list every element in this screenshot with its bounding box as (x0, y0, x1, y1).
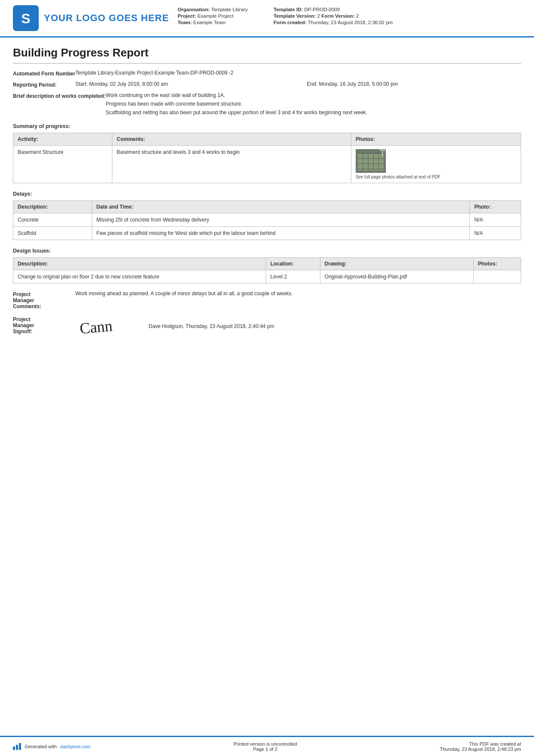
dashpivot-icon (13, 743, 21, 750)
design-col-location: Location: (266, 258, 320, 270)
design-issues-title: Design Issues: (13, 248, 521, 254)
brief-description-value: Work continuing on the east side wall of… (106, 92, 521, 116)
pm-comments-label: ProjectManagerComments: (13, 291, 75, 309)
table-row: Concrete Missing 25t of concrete from We… (13, 213, 521, 227)
dashpivot-link[interactable]: dashpivot.com (60, 744, 91, 749)
summary-col-activity: Activity: (13, 133, 112, 146)
summary-activity: Basement Structure (13, 146, 112, 183)
brief-line-1: Work continuing on the east side wall of… (106, 92, 521, 98)
delays-col-datetime: Date and Time: (92, 201, 470, 213)
project-line: Project: Example Project (177, 13, 248, 19)
footer-center-line2: Page 1 of 2 (233, 747, 297, 752)
footer-center-line1: Printed version is uncontrolled (233, 741, 297, 747)
pm-comments-section: ProjectManagerComments: Work moving ahea… (13, 291, 521, 337)
template-version-line: Template Version: 2 Form Version: 2 (273, 13, 393, 19)
pm-signoff-label: ProjectManagerSignoff: (13, 316, 75, 334)
template-id-line: Template ID: DP-PROD-0009 (273, 7, 393, 12)
brief-line-3: Scaffolding and netting has also been pu… (106, 109, 521, 116)
pm-label-text: ProjectManagerComments: (13, 291, 41, 309)
automated-form-value: Template Library-Example Project-Example… (75, 70, 521, 76)
delay-datetime-1: Missing 25t of concrete from Wednesday d… (92, 213, 470, 227)
summary-title: Summary of progress: (13, 123, 521, 129)
footer-right: This PDF was created at Thursday, 23 Aug… (440, 741, 521, 752)
design-location-1: Level 2 (266, 270, 320, 284)
header-meta: Organisation: Template Library Project: … (177, 5, 521, 31)
header-col-right: Template ID: DP-PROD-0009 Template Versi… (273, 7, 393, 25)
delays-col-description: Description: (13, 201, 92, 213)
team-line: Team: Example Team (177, 20, 248, 25)
building-photo-svg (356, 149, 386, 173)
footer: Generated with dashpivot.com Printed ver… (0, 736, 534, 756)
generated-text: Generated with (25, 744, 57, 749)
design-issues-header-row: Description: Location: Drawing: Photos: (13, 258, 521, 270)
brief-line-2: Progress has been made with concrete bas… (106, 101, 521, 107)
footer-left: Generated with dashpivot.com (13, 743, 91, 750)
signoff-text: Dave Hodgson, Thursday, 23 August 2018, … (149, 323, 274, 329)
delays-col-photo: Photo: (470, 201, 521, 213)
logo-text: YOUR LOGO GOES HERE (44, 12, 169, 24)
delay-desc-2: Scaffold (13, 227, 92, 240)
delay-photo-2: N/A (470, 227, 521, 240)
design-col-description: Description: (13, 258, 266, 270)
pm-comments-row: ProjectManagerComments: Work moving ahea… (13, 291, 521, 309)
pm-signoff-label-text: ProjectManagerSignoff: (13, 316, 34, 334)
delays-header-row: Description: Date and Time: Photo: (13, 201, 521, 213)
summary-comments: Basement structure and levels 3 and 4 wo… (112, 146, 351, 183)
reporting-period-value: Start: Monday, 02 July 2018, 8:00:00 am … (75, 81, 521, 87)
design-col-drawing: Drawing: (320, 258, 473, 270)
summary-table: Activity: Comments: Photos: Basement Str… (13, 133, 521, 183)
table-row: Scaffold Few pieces of scaffold missing … (13, 227, 521, 240)
reporting-period-section: Reporting Period: Start: Monday, 02 July… (13, 81, 521, 88)
signature-image: Cann (75, 313, 137, 340)
main-content: Building Progress Report Automated Form … (0, 37, 534, 736)
design-issues-table: Description: Location: Drawing: Photos: … (13, 257, 521, 284)
svg-text:S: S (21, 11, 30, 26)
summary-photo-cell: See full page photos attached at end of … (351, 146, 521, 183)
reporting-start: Start: Monday, 02 July 2018, 8:00:00 am (75, 81, 290, 87)
logo-icon: S (13, 5, 39, 31)
design-photos-1 (473, 270, 521, 284)
form-created-line: Form created: Thursday, 23 August 2018, … (273, 20, 393, 25)
header: S YOUR LOGO GOES HERE Organisation: Temp… (0, 0, 534, 37)
summary-col-comments: Comments: (112, 133, 351, 146)
table-row: Change to original plan on floor 2 due t… (13, 270, 521, 284)
photo-thumbnail (356, 149, 386, 173)
automated-form-section: Automated Form Number Template Library-E… (13, 70, 521, 77)
header-col-left: Organisation: Template Library Project: … (177, 7, 248, 25)
photo-container: See full page photos attached at end of … (356, 149, 516, 179)
brief-description-section: Brief description of works completed: Wo… (13, 92, 521, 116)
footer-right-line1: This PDF was created at (440, 741, 521, 747)
signature-area: Cann Dave Hodgson, Thursday, 23 August 2… (75, 316, 521, 337)
org-line: Organisation: Template Library (177, 7, 248, 12)
delay-desc-1: Concrete (13, 213, 92, 227)
footer-right-line2: Thursday, 23 August 2018, 2:48:23 pm (440, 747, 521, 752)
delays-title: Delays: (13, 191, 521, 197)
delay-datetime-2: Few pieces of scaffold missing for West … (92, 227, 470, 240)
table-row: Basement Structure Basement structure an… (13, 146, 521, 183)
summary-header-row: Activity: Comments: Photos: (13, 133, 521, 146)
page: S YOUR LOGO GOES HERE Organisation: Temp… (0, 0, 534, 756)
reporting-end: End: Monday, 16 July 2018, 5:00:00 pm (307, 81, 522, 87)
design-col-photos: Photos: (473, 258, 521, 270)
pm-signoff-value: Cann Dave Hodgson, Thursday, 23 August 2… (75, 316, 521, 337)
bar-3 (19, 743, 21, 750)
photo-caption: See full page photos attached at end of … (356, 175, 441, 179)
delay-photo-1: N/A (470, 213, 521, 227)
design-desc-1: Change to original plan on floor 2 due t… (13, 270, 266, 284)
svg-rect-3 (358, 153, 384, 171)
summary-col-photos: Photos: (351, 133, 521, 146)
design-drawing-1: Original-Approved-Building-Plan.pdf (320, 270, 473, 284)
logo-area: S YOUR LOGO GOES HERE (13, 5, 169, 31)
pm-signoff-row: ProjectManagerSignoff: Cann Dave Hodgson… (13, 316, 521, 337)
report-title: Building Progress Report (13, 46, 521, 64)
automated-form-label: Automated Form Number (13, 70, 75, 77)
pm-comments-value: Work moving ahead as planned. A couple o… (75, 291, 521, 297)
footer-center: Printed version is uncontrolled Page 1 o… (233, 741, 297, 752)
bar-2 (16, 745, 18, 750)
delays-table: Description: Date and Time: Photo: Concr… (13, 200, 521, 240)
reporting-period-label: Reporting Period: (13, 81, 75, 88)
bar-1 (13, 747, 15, 750)
brief-description-label: Brief description of works completed: (13, 92, 106, 99)
